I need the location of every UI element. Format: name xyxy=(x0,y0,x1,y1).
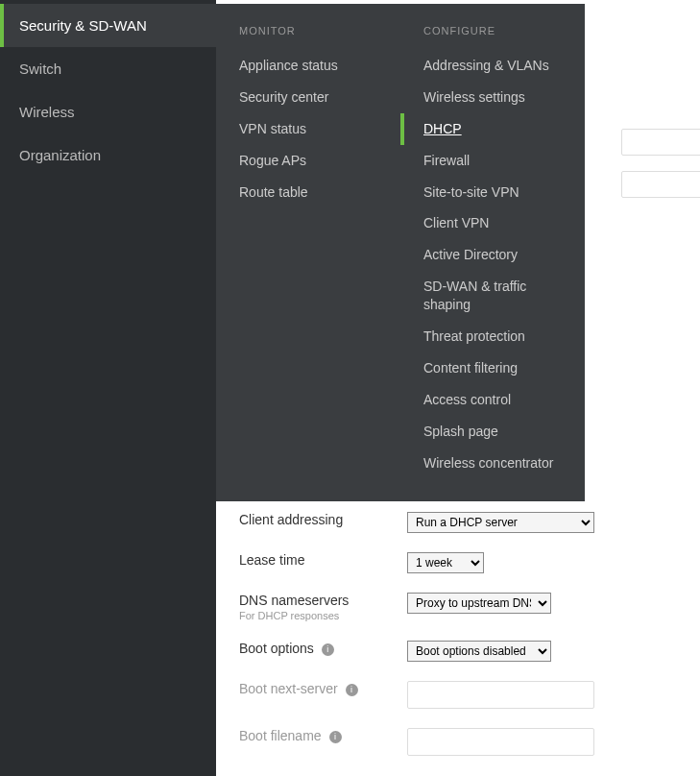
flyout-link-firewall[interactable]: Firewall xyxy=(400,145,585,177)
flyout-link-dhcp[interactable]: DHCP xyxy=(400,113,585,145)
label-boot-filename: Boot filename i xyxy=(239,728,407,743)
flyout-link-rogue-aps[interactable]: Rogue APs xyxy=(216,145,400,177)
flyout-link-appliance-status[interactable]: Appliance status xyxy=(216,50,400,82)
flyout-link-threat-protection[interactable]: Threat protection xyxy=(400,321,585,352)
select-dns[interactable]: Proxy to upstream DNS xyxy=(407,593,551,614)
input-boot-filename[interactable] xyxy=(407,728,594,756)
info-icon[interactable]: i xyxy=(329,731,342,743)
sidebar-item-label: Security & SD-WAN xyxy=(19,17,147,34)
select-lease-time[interactable]: 1 week xyxy=(407,552,484,573)
label-boot-options: Boot options i xyxy=(239,641,407,656)
flyout-link-client-vpn[interactable]: Client VPN xyxy=(400,207,585,239)
background-input-2[interactable] xyxy=(621,171,700,198)
input-boot-next-server[interactable] xyxy=(407,681,594,709)
background-input-1[interactable] xyxy=(621,129,700,156)
sidebar-item-label: Switch xyxy=(19,61,61,77)
info-icon[interactable]: i xyxy=(346,684,358,696)
sidebar-item-organization[interactable]: Organization xyxy=(0,133,216,177)
label-lease-time: Lease time xyxy=(239,552,407,568)
label-dns-sub: For DHCP responses xyxy=(239,610,407,621)
flyout-link-sdwan-traffic-shaping[interactable]: SD-WAN & traffic shaping xyxy=(400,271,585,321)
info-icon[interactable]: i xyxy=(322,643,334,656)
flyout-link-content-filtering[interactable]: Content filtering xyxy=(400,352,585,384)
select-boot-options[interactable]: Boot options disabled xyxy=(407,641,551,662)
label-dns: DNS nameservers For DHCP responses xyxy=(239,593,407,621)
flyout-link-security-center[interactable]: Security center xyxy=(216,82,400,113)
sidebar-item-label: Organization xyxy=(19,147,101,163)
flyout-col-monitor: MONITOR Appliance status Security center… xyxy=(216,4,400,488)
flyout-link-access-control[interactable]: Access control xyxy=(400,384,585,416)
select-client-addressing[interactable]: Run a DHCP server xyxy=(407,512,594,533)
flyout-link-wireless-concentrator[interactable]: Wireless concentrator xyxy=(400,448,585,479)
flyout-link-active-directory[interactable]: Active Directory xyxy=(400,239,585,271)
label-boot-next-server: Boot next-server i xyxy=(239,681,407,696)
sidebar-item-security-sdwan[interactable]: Security & SD-WAN xyxy=(0,4,216,47)
sidebar-item-label: Wireless xyxy=(19,104,75,120)
flyout-link-vpn-status[interactable]: VPN status xyxy=(216,113,400,145)
flyout-col-configure: CONFIGURE Addressing & VLANs Wireless se… xyxy=(400,4,585,488)
sidebar-item-switch[interactable]: Switch xyxy=(0,47,216,90)
flyout-menu: MONITOR Appliance status Security center… xyxy=(216,4,585,501)
flyout-link-splash-page[interactable]: Splash page xyxy=(400,416,585,448)
label-client-addressing: Client addressing xyxy=(239,512,407,527)
flyout-header-monitor: MONITOR xyxy=(216,13,400,50)
flyout-link-route-table[interactable]: Route table xyxy=(216,177,400,208)
flyout-header-configure: CONFIGURE xyxy=(400,13,585,50)
sidebar-item-wireless[interactable]: Wireless xyxy=(0,90,216,133)
flyout-link-wireless-settings[interactable]: Wireless settings xyxy=(400,82,585,113)
flyout-link-site-to-site-vpn[interactable]: Site-to-site VPN xyxy=(400,177,585,208)
flyout-link-addressing-vlans[interactable]: Addressing & VLANs xyxy=(400,50,585,82)
sidebar: Security & SD-WAN Switch Wireless Organi… xyxy=(0,0,216,776)
